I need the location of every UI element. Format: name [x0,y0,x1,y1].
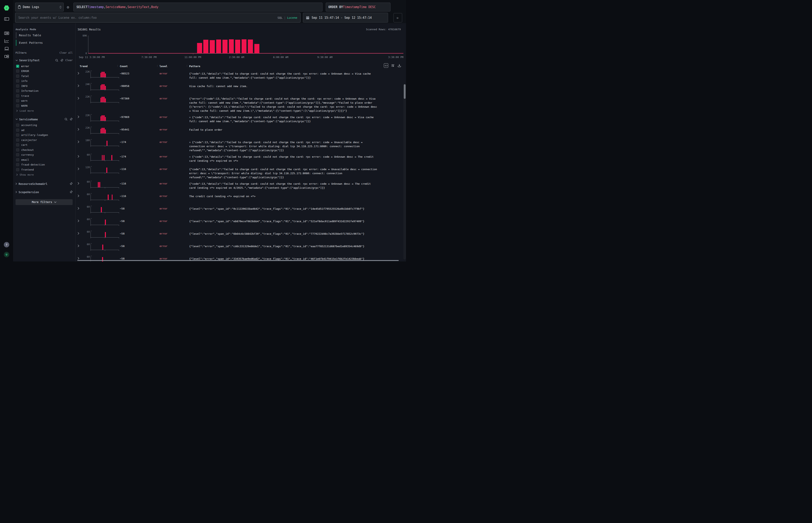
expand-row-button[interactable] [78,192,83,197]
scrollbar-thumb[interactable] [77,260,399,261]
pin-icon[interactable] [70,118,73,121]
pin-icon[interactable] [70,191,73,194]
time-range-picker[interactable]: Sep 11 15:47:14 - Sep 12 15:47:14 [303,13,388,22]
analysis-mode-item-event-patterns[interactable]: Event Patterns [16,40,73,46]
pin-icon[interactable] [60,59,63,62]
checkbox[interactable] [16,89,19,92]
pattern-text[interactable]: ×{"code":13,"details":"failed to charge … [189,113,403,123]
pattern-text[interactable]: Visa cache full: cannot add new item. [189,82,403,88]
filter-group-servicename[interactable]: ServiceName [16,118,73,121]
checkbox[interactable] [16,79,19,83]
expand-row-button[interactable] [78,179,83,185]
filter-option[interactable]: fraud-detection [16,162,73,167]
pattern-text[interactable]: {"error":{"code":13,"details":"failed to… [189,94,403,113]
filter-option[interactable]: ✓error [16,64,73,69]
checkbox[interactable] [16,99,19,102]
checkbox[interactable] [16,143,19,146]
search-input[interactable]: Search your events w/ Lucene ex. column:… [15,13,301,22]
expand-row-button[interactable] [78,138,83,143]
checkbox[interactable] [16,168,19,171]
pattern-text[interactable]: {"level":"error","span_id":"6b64c6c58842… [189,230,403,236]
code-view-button[interactable] [384,63,388,68]
drag-handle-icon[interactable] [187,65,187,66]
expand-row-button[interactable] [78,152,83,158]
expand-row-button[interactable] [78,113,83,118]
pattern-text[interactable]: The credit card (ending <*> expired on <… [189,192,403,198]
dismiss-icon[interactable]: × [189,141,191,144]
checkbox[interactable] [16,163,19,166]
expand-row-button[interactable] [78,94,83,100]
results-histogram[interactable]: 80K 0 Sep 11 3:30:00 PM7:30:00 PM11:00:0… [78,33,406,59]
filter-group-scopeversion[interactable]: ScopeVersion [16,191,73,194]
expand-row-button[interactable] [78,69,83,75]
filter-option[interactable]: frontend [16,167,73,172]
dismiss-icon[interactable]: × [189,116,191,119]
pattern-text[interactable]: Failed to place order [189,125,403,132]
nav-chart-explorer[interactable] [0,39,13,43]
dismiss-icon[interactable]: × [189,156,191,158]
order-by-input[interactable]: ORDER BY TimestampTime DESC [326,3,390,12]
pattern-text[interactable]: ×{"code":13,"details":"failed to charge … [189,138,403,152]
table-row[interactable]: 60~174error×{"code":13,"details":"failed… [78,152,403,165]
service-show-more[interactable]: Show more [16,173,73,177]
expand-row-button[interactable] [78,165,83,170]
table-row[interactable]: 24K~98058errorVisa cache full: cannot ad… [78,82,403,94]
checkbox[interactable] [16,94,19,97]
filter-option[interactable]: Information [16,89,73,93]
horizontal-scrollbar[interactable] [77,260,402,261]
checkbox[interactable] [16,158,19,161]
filter-option[interactable]: email [16,157,73,162]
expand-row-button[interactable] [78,230,83,235]
run-query-button[interactable]: ▷ [393,13,402,22]
filter-option[interactable]: artillery-loadgen [16,133,73,138]
checkbox[interactable] [16,129,19,132]
histogram-bar[interactable] [216,39,221,53]
checkbox[interactable] [16,124,19,127]
column-header-pattern[interactable]: Pattern [189,65,403,68]
table-row[interactable]: 60~58error{"level":"error","span_id":"cd… [78,242,403,254]
filter-option[interactable]: currency [16,152,73,158]
severity-load-more[interactable]: Load more [16,108,73,113]
pattern-text[interactable]: {"code":13,"details":"failed to charge c… [189,179,403,190]
table-row[interactable]: 22K~98523error{"code":13,"details":"fail… [78,69,403,82]
table-row[interactable]: 22K~95441errorFailed to place order [78,125,403,138]
checkbox[interactable] [16,139,19,142]
filter-option[interactable]: fatal [16,74,73,79]
table-row[interactable]: 22K~97069error×{"code":13,"details":"fai… [78,113,403,125]
histogram-bar[interactable] [203,40,208,53]
histogram-bar[interactable] [210,40,215,53]
download-button[interactable] [398,64,401,67]
checkbox[interactable]: ✓ [16,65,19,68]
filter-option[interactable]: INFO [16,84,73,89]
filter-option[interactable]: cainjector [16,138,73,143]
select-query-input[interactable]: SELECT Timestamp, ServiceName, SeverityT… [73,3,322,12]
app-logo[interactable]: ⚡ [0,5,13,11]
table-row[interactable]: 180~174error×{"code":13,"details":"faile… [78,138,403,152]
filter-option[interactable]: ad [16,128,73,133]
table-row[interactable]: 60~116errorThe credit card (ending <*> e… [78,192,403,204]
table-row[interactable]: 60~58error{"level":"error","span_id":"eb… [78,217,403,230]
table-row[interactable]: 60~58error{"level":"error","span_id":"6b… [78,230,403,242]
expand-row-button[interactable] [78,82,83,87]
pattern-text[interactable]: {"level":"error","span_id":"eb870ecef063… [189,217,403,223]
table-row[interactable]: 22K~97360error{"error":{"code":13,"detai… [78,94,403,113]
sidebar-toggle-button[interactable] [0,17,13,21]
checkbox[interactable] [16,75,19,78]
histogram-bar[interactable] [242,39,247,53]
filter-option[interactable]: checkout [16,147,73,152]
histogram-bar[interactable] [254,44,259,53]
checkbox[interactable] [16,153,19,156]
filter-option[interactable]: ERROR [16,69,73,74]
column-header-level[interactable]: level [160,65,189,68]
column-header-count[interactable]: Count [120,65,160,68]
expand-row-button[interactable] [78,254,83,260]
column-header-trend[interactable]: Trend [78,65,120,68]
table-row[interactable]: 120~116error{"code":13,"details":"failed… [78,165,403,179]
table-row[interactable]: 60~58error{"level":"error","span_id":"0c… [78,204,403,217]
wrap-text-button[interactable] [391,64,395,67]
source-settings-button[interactable]: ⚙ [66,5,70,9]
analysis-mode-item-results-table[interactable]: Results Table [16,32,73,38]
histogram-bar[interactable] [223,40,228,53]
help-button[interactable]: ? [0,242,13,247]
checkbox[interactable] [16,104,19,107]
